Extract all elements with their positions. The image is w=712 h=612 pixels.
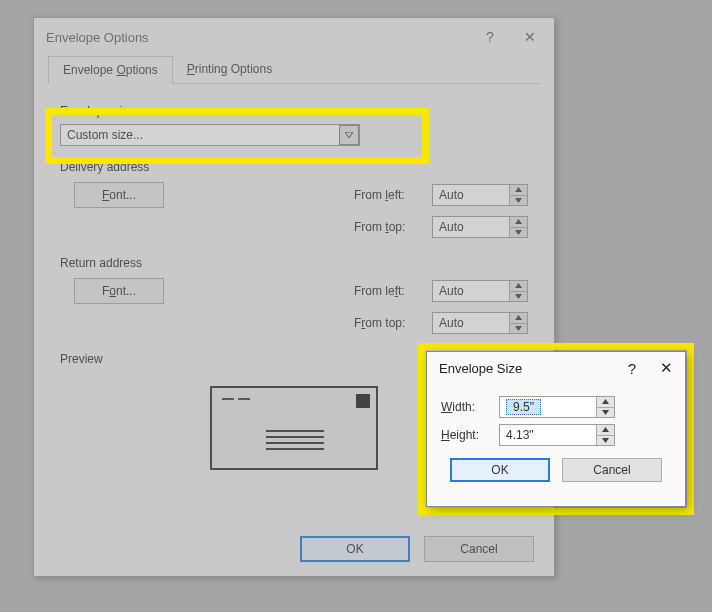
- return-from-top-label: From top:: [354, 316, 426, 330]
- spin-down-icon[interactable]: [597, 408, 614, 418]
- spin-up-icon[interactable]: [597, 397, 614, 408]
- close-button[interactable]: ✕: [510, 22, 550, 52]
- tab-strip: Envelope Options Printing Options: [48, 56, 540, 84]
- dialog-titlebar: Envelope Options ? ✕: [34, 18, 554, 56]
- cancel-button[interactable]: Cancel: [562, 458, 662, 482]
- height-label: Height:: [441, 428, 495, 442]
- stamp-icon: [356, 394, 370, 408]
- width-label: Width:: [441, 400, 495, 414]
- subdialog-title: Envelope Size: [439, 361, 615, 376]
- spin-down-icon[interactable]: [510, 196, 527, 206]
- delivery-from-left-input[interactable]: Auto: [432, 184, 528, 206]
- help-button[interactable]: ?: [615, 355, 649, 381]
- envelope-size-label: Envelope size:: [60, 104, 528, 118]
- subdialog-titlebar: Envelope Size ? ✕: [427, 352, 685, 384]
- return-from-left-label: From left:: [354, 284, 426, 298]
- spin-up-icon[interactable]: [510, 185, 527, 196]
- envelope-preview: [184, 378, 404, 478]
- envelope-size-value: Custom size...: [61, 128, 339, 142]
- envelope-icon: [210, 386, 378, 470]
- chevron-down-icon[interactable]: [339, 125, 359, 145]
- delivery-from-top-input[interactable]: Auto: [432, 216, 528, 238]
- return-from-top-input[interactable]: Auto: [432, 312, 528, 334]
- return-font-button[interactable]: Font...: [74, 278, 164, 304]
- cancel-button[interactable]: Cancel: [424, 536, 534, 562]
- return-from-left-input[interactable]: Auto: [432, 280, 528, 302]
- close-button[interactable]: ✕: [649, 355, 683, 381]
- ok-button[interactable]: OK: [300, 536, 410, 562]
- spin-up-icon[interactable]: [597, 425, 614, 436]
- spin-up-icon[interactable]: [510, 217, 527, 228]
- height-input[interactable]: 4.13": [499, 424, 615, 446]
- spin-up-icon[interactable]: [510, 281, 527, 292]
- spin-down-icon[interactable]: [510, 292, 527, 302]
- width-input[interactable]: 9.5": [499, 396, 615, 418]
- spin-up-icon[interactable]: [510, 313, 527, 324]
- spin-down-icon[interactable]: [510, 228, 527, 238]
- tab-envelope-options[interactable]: Envelope Options: [48, 56, 173, 84]
- ok-button[interactable]: OK: [450, 458, 550, 482]
- return-address-label: Return address: [60, 256, 528, 270]
- envelope-size-dialog: Envelope Size ? ✕ Width: 9.5" Height: 4.…: [426, 351, 686, 507]
- help-button[interactable]: ?: [470, 22, 510, 52]
- dialog-footer: OK Cancel: [300, 536, 534, 562]
- tab-printing-options[interactable]: Printing Options: [173, 56, 286, 83]
- delivery-from-top-label: From top:: [354, 220, 426, 234]
- spin-down-icon[interactable]: [597, 436, 614, 446]
- delivery-font-button[interactable]: Font...: [74, 182, 164, 208]
- delivery-address-label: Delivery address: [60, 160, 528, 174]
- delivery-from-left-label: From left:: [354, 188, 426, 202]
- envelope-size-dropdown[interactable]: Custom size...: [60, 124, 360, 146]
- spin-down-icon[interactable]: [510, 324, 527, 334]
- dialog-title: Envelope Options: [46, 30, 470, 45]
